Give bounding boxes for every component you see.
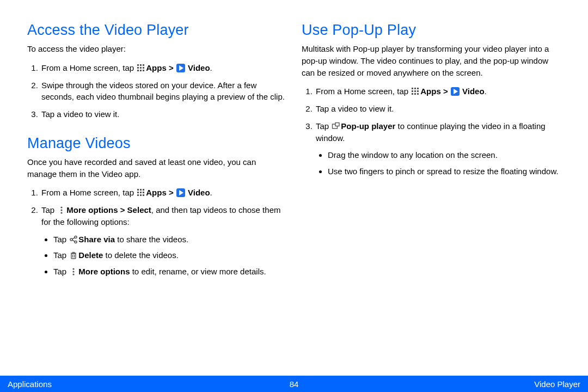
page-footer: Applications 84 Video Player xyxy=(0,376,588,392)
share-icon xyxy=(69,235,78,244)
delete-icon xyxy=(69,251,78,260)
svg-rect-16 xyxy=(137,194,139,196)
svg-point-22 xyxy=(61,212,63,213)
apps-grid-icon xyxy=(411,87,420,96)
section-popup-play: Use Pop-Up Play Multitask with Pop-up pl… xyxy=(302,22,561,182)
step-item: Swipe through the videos stored on your … xyxy=(40,77,286,106)
apps-grid-icon xyxy=(137,64,145,72)
video-play-icon xyxy=(451,87,460,96)
popup-steps: From a Home screen, tap Apps > Video. Ta… xyxy=(302,83,561,182)
footer-left: Applications xyxy=(8,379,52,389)
svg-line-26 xyxy=(72,237,75,239)
svg-point-21 xyxy=(61,209,63,211)
svg-rect-3 xyxy=(137,67,139,69)
left-column: Access the Video Player To access the vi… xyxy=(27,22,286,295)
video-play-icon xyxy=(176,64,185,72)
svg-rect-6 xyxy=(137,70,139,71)
svg-rect-15 xyxy=(143,192,144,193)
popup-window-icon xyxy=(332,122,340,131)
step-item: Tap a video to view it. xyxy=(315,100,561,118)
svg-rect-49 xyxy=(335,122,339,126)
svg-line-27 xyxy=(72,240,75,241)
bullet-item: Tap More options to edit, rename, or vie… xyxy=(53,264,286,280)
svg-point-37 xyxy=(73,273,75,275)
svg-rect-12 xyxy=(143,189,144,191)
footer-right: Video Player xyxy=(534,379,580,389)
svg-rect-13 xyxy=(137,192,139,193)
step-item: Tap Pop-up player to continue playing th… xyxy=(315,118,561,182)
bullet-item: Use two fingers to pinch or spread to re… xyxy=(328,163,561,180)
bullet-item: Drag the window to any location on the s… xyxy=(328,147,561,163)
bullet-item: Tap Delete to delete the videos. xyxy=(53,247,286,264)
svg-marker-47 xyxy=(454,89,458,94)
svg-rect-39 xyxy=(414,88,416,89)
svg-rect-4 xyxy=(140,67,142,69)
svg-rect-44 xyxy=(412,93,413,95)
svg-point-24 xyxy=(70,238,72,241)
popup-bullets: Drag the window to any location on the s… xyxy=(316,147,561,180)
svg-rect-1 xyxy=(140,64,142,66)
svg-rect-10 xyxy=(137,189,139,191)
manage-bullets: Tap Share via to share the videos. Tap D… xyxy=(41,231,286,280)
section-access-video-player: Access the Video Player To access the vi… xyxy=(27,22,286,123)
svg-point-23 xyxy=(75,236,77,238)
more-options-icon xyxy=(69,267,78,276)
section-manage-videos: Manage Videos Once you have recorded and… xyxy=(27,135,286,283)
more-options-icon xyxy=(57,206,66,215)
svg-rect-42 xyxy=(414,90,416,92)
heading-popup: Use Pop-Up Play xyxy=(302,22,561,39)
access-steps: From a Home screen, tap Apps > Video. Sw… xyxy=(27,59,286,123)
svg-rect-45 xyxy=(414,93,416,95)
svg-rect-17 xyxy=(140,194,142,196)
bullet-item: Tap Share via to share the videos. xyxy=(53,231,286,248)
svg-rect-46 xyxy=(417,93,419,95)
svg-rect-0 xyxy=(137,64,139,66)
svg-point-25 xyxy=(75,241,77,243)
svg-marker-19 xyxy=(179,190,183,195)
svg-rect-38 xyxy=(412,88,413,89)
svg-rect-28 xyxy=(71,254,76,259)
svg-rect-41 xyxy=(412,90,413,92)
svg-point-35 xyxy=(73,268,75,270)
svg-marker-9 xyxy=(179,65,183,71)
page-number: 84 xyxy=(290,379,299,389)
intro-text: Multitask with Pop-up player by transfor… xyxy=(302,43,561,78)
intro-text: Once you have recorded and saved at leas… xyxy=(27,156,286,180)
intro-text: To access the video player: xyxy=(27,43,286,55)
svg-rect-43 xyxy=(417,90,419,92)
svg-rect-11 xyxy=(140,189,142,191)
step-item: From a Home screen, tap Apps > Video. xyxy=(315,83,561,100)
svg-point-20 xyxy=(61,206,63,208)
video-play-icon xyxy=(176,188,185,197)
svg-rect-40 xyxy=(417,88,419,89)
svg-rect-5 xyxy=(143,67,144,69)
svg-rect-7 xyxy=(140,70,142,71)
heading-access: Access the Video Player xyxy=(27,22,286,39)
svg-rect-8 xyxy=(143,70,144,71)
step-item: Tap a video to view it. xyxy=(40,106,286,123)
svg-rect-14 xyxy=(140,192,142,193)
svg-point-36 xyxy=(73,271,75,272)
heading-manage: Manage Videos xyxy=(27,135,286,152)
svg-rect-2 xyxy=(143,64,144,66)
step-item: From a Home screen, tap Apps > Video. xyxy=(40,184,286,201)
step-item: Tap More options > Select, and then tap … xyxy=(40,201,286,283)
manage-steps: From a Home screen, tap Apps > Video. Ta… xyxy=(27,184,286,283)
step-item: From a Home screen, tap Apps > Video. xyxy=(40,59,286,77)
svg-rect-18 xyxy=(143,194,144,196)
apps-grid-icon xyxy=(137,188,145,197)
right-column: Use Pop-Up Play Multitask with Pop-up pl… xyxy=(302,22,561,295)
